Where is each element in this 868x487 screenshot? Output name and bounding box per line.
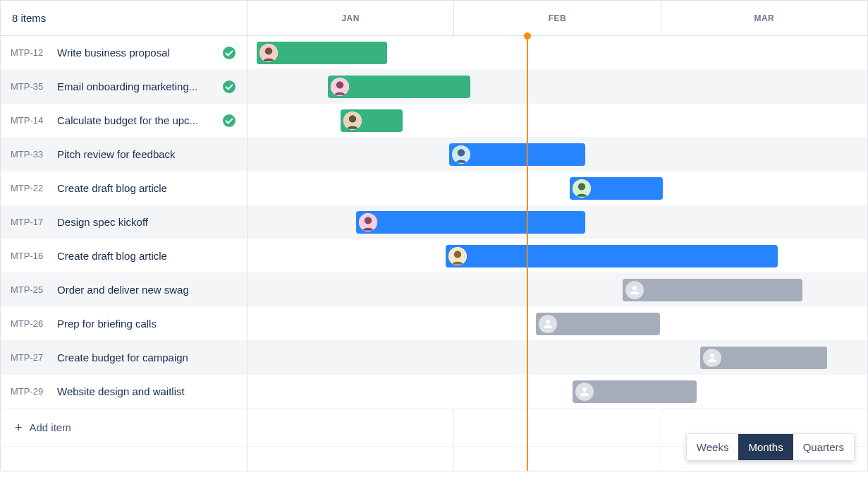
timeline-row (247, 375, 867, 409)
issue-title[interactable]: Prep for briefing calls (57, 318, 236, 330)
issue-title[interactable]: Write business proposal (57, 47, 216, 59)
status-done-icon (223, 114, 236, 127)
task-row[interactable]: MTP-17Design spec kickoff (1, 205, 247, 239)
issue-key[interactable]: MTP-16 (11, 251, 50, 261)
timeline-bar[interactable] (570, 177, 663, 200)
month-header-jan: JAN (247, 1, 454, 35)
task-row[interactable]: MTP-25Order and deliver new swag (1, 273, 247, 307)
timeline-row (247, 138, 867, 172)
timeline-bar[interactable] (341, 109, 403, 132)
timeline-bar[interactable] (536, 313, 660, 335)
gantt-app: 8 items MTP-12Write business proposalMTP… (0, 0, 868, 471)
task-row[interactable]: MTP-35Email onboarding marketing... (1, 70, 247, 104)
items-count-label: 8 items (1, 1, 247, 36)
assignee-avatar[interactable] (259, 44, 278, 62)
task-row[interactable]: MTP-12Write business proposal (1, 36, 247, 70)
issue-title[interactable]: Pitch review for feedback (57, 148, 236, 160)
svg-point-9 (578, 183, 585, 190)
timeline-row (247, 239, 867, 273)
assignee-avatar[interactable] (359, 213, 377, 232)
timeline-panel: JANFEBMAR WeeksMonthsQuarters (247, 1, 867, 471)
assignee-avatar[interactable] (452, 145, 470, 164)
unassigned-avatar-icon[interactable] (625, 281, 644, 299)
timeline-bar[interactable] (573, 380, 697, 403)
task-list-panel: 8 items MTP-12Write business proposalMTP… (1, 1, 247, 471)
zoom-weeks-button[interactable]: Weeks (687, 434, 739, 460)
issue-title[interactable]: Create budget for campaign (57, 351, 236, 363)
issue-key[interactable]: MTP-27 (11, 352, 50, 363)
timeline-bar[interactable] (356, 211, 585, 234)
issue-title[interactable]: Email onboarding marketing... (57, 80, 216, 92)
month-header-mar: MAR (661, 1, 867, 35)
status-done-icon (223, 47, 236, 59)
task-row[interactable]: MTP-33Pitch review for feedback (1, 138, 247, 172)
plus-icon: + (15, 421, 23, 434)
timeline-bar[interactable] (328, 76, 470, 98)
timeline-bar[interactable] (700, 347, 827, 369)
timeline-row (247, 307, 867, 341)
timeline-bar[interactable] (449, 143, 585, 166)
unassigned-avatar-icon[interactable] (575, 383, 594, 401)
timeline-row (247, 205, 867, 239)
issue-key[interactable]: MTP-29 (11, 386, 50, 397)
timeline-row (247, 273, 867, 307)
assignee-avatar[interactable] (573, 179, 591, 198)
timeline-body (247, 36, 867, 471)
issue-title[interactable]: Design spec kickoff (57, 216, 236, 228)
issue-title[interactable]: Calculate budget for the upc... (57, 114, 216, 126)
issue-title[interactable]: Website design and waitlist (57, 385, 236, 397)
timeline-row (247, 104, 867, 138)
issue-key[interactable]: MTP-26 (11, 318, 50, 329)
timeline-header: JANFEBMAR (247, 1, 867, 36)
issue-title[interactable]: Create draft blog article (57, 182, 236, 194)
timeline-row (247, 341, 867, 375)
timeline-row (247, 70, 867, 104)
task-row[interactable]: MTP-27Create budget for campaign (1, 341, 247, 375)
zoom-switcher: WeeksMonthsQuarters (686, 433, 855, 461)
issue-key[interactable]: MTP-25 (11, 284, 50, 295)
timeline-bar[interactable] (623, 279, 802, 301)
task-row[interactable]: MTP-26Prep for briefing calls (1, 307, 247, 341)
timeline-row (247, 36, 867, 70)
svg-point-13 (454, 251, 461, 258)
assignee-avatar[interactable] (343, 112, 362, 130)
timeline-row (247, 172, 867, 205)
unassigned-avatar-icon[interactable] (703, 349, 721, 367)
svg-point-1 (265, 47, 272, 54)
issue-key[interactable]: MTP-33 (11, 149, 50, 160)
svg-point-5 (349, 115, 356, 122)
assignee-avatar[interactable] (331, 78, 349, 96)
zoom-months-button[interactable]: Months (738, 434, 793, 460)
issue-key[interactable]: MTP-17 (11, 217, 50, 227)
task-row[interactable]: MTP-16Create draft blog article (1, 239, 247, 273)
add-item-button[interactable]: + Add item (1, 409, 247, 447)
task-row[interactable]: MTP-22Create draft blog article (1, 172, 247, 205)
unassigned-avatar-icon[interactable] (539, 315, 557, 333)
issue-key[interactable]: MTP-14 (11, 115, 50, 126)
issue-title[interactable]: Order and deliver new swag (57, 284, 236, 296)
issue-key[interactable]: MTP-22 (11, 183, 50, 193)
svg-point-3 (336, 81, 343, 88)
timeline-bar[interactable] (257, 42, 387, 64)
svg-point-11 (365, 217, 372, 224)
timeline-bar[interactable] (446, 245, 777, 267)
status-done-icon (223, 80, 236, 93)
svg-point-7 (457, 149, 464, 156)
issue-key[interactable]: MTP-35 (11, 81, 50, 92)
zoom-quarters-button[interactable]: Quarters (793, 434, 854, 460)
task-row[interactable]: MTP-14Calculate budget for the upc... (1, 104, 247, 138)
assignee-avatar[interactable] (448, 247, 467, 265)
task-row[interactable]: MTP-29Website design and waitlist (1, 375, 247, 409)
issue-title[interactable]: Create draft blog article (57, 250, 236, 262)
issue-key[interactable]: MTP-12 (11, 47, 50, 58)
month-header-feb: FEB (454, 1, 661, 35)
add-item-label: Add item (30, 421, 71, 433)
